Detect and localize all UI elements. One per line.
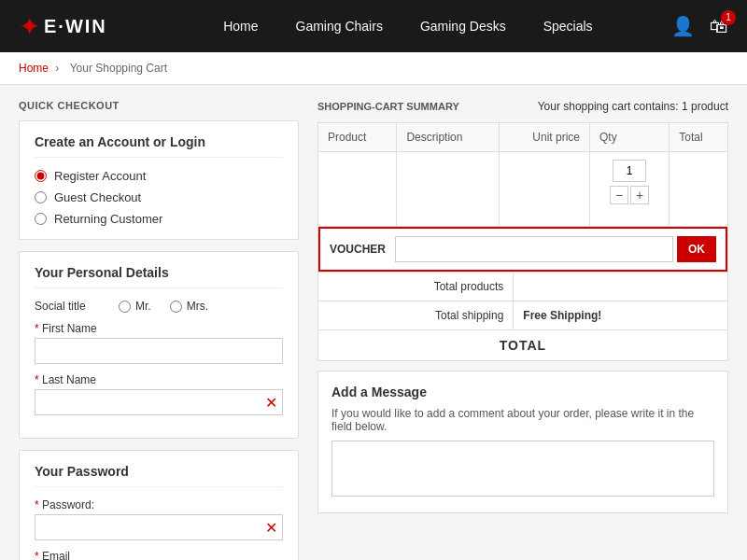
cart-qty-cell: − + — [590, 152, 669, 227]
voucher-wrapper: VOUCHER OK — [318, 227, 727, 272]
total-shipping-value: Free Shipping! — [514, 301, 728, 330]
right-header: SHOPPING-CART SUMMARY Your shopping cart… — [317, 100, 728, 113]
total-shipping-row: Total shipping Free Shipping! — [318, 301, 728, 330]
main-nav: Home Gaming Chairs Gaming Desks Specials — [145, 19, 671, 34]
col-unit-price: Unit price — [500, 123, 590, 152]
register-label: Register Account — [54, 169, 146, 183]
returning-radio[interactable] — [35, 213, 47, 225]
social-title-label: Social title — [35, 300, 100, 313]
cart-table-header-row: Product Description Unit price Qty Total — [318, 123, 728, 152]
voucher-ok-button[interactable]: OK — [677, 236, 716, 262]
first-name-row: * First Name — [35, 322, 283, 364]
register-option[interactable]: Register Account — [35, 169, 283, 183]
qty-box: − + — [599, 160, 659, 204]
personal-details-card: Your Personal Details Social title Mr. M… — [19, 251, 299, 439]
password-label: * Password: — [35, 498, 283, 511]
cart-product-image-cell — [318, 152, 397, 227]
header-icons: 👤 🛍 1 — [671, 15, 728, 37]
quick-checkout-title: QUICK CHECKOUT — [19, 100, 299, 111]
col-total: Total — [669, 123, 728, 152]
mrs-option[interactable]: Mrs. — [170, 300, 208, 313]
mrs-radio[interactable] — [170, 301, 182, 313]
cart-product-desc-cell — [397, 152, 500, 227]
header: ✦ E·WIN Home Gaming Chairs Gaming Desks … — [0, 0, 747, 52]
message-card: Add a Message If you would like to add a… — [317, 371, 728, 513]
qty-increase-button[interactable]: + — [630, 186, 649, 204]
cart-badge-count: 1 — [721, 10, 736, 25]
col-description: Description — [397, 123, 500, 152]
col-product: Product — [318, 123, 397, 152]
nav-home[interactable]: Home — [223, 19, 258, 34]
register-radio[interactable] — [35, 170, 47, 182]
total-products-value — [514, 273, 728, 301]
voucher-row: VOUCHER OK — [318, 227, 728, 273]
account-card: Create an Account or Login Register Acco… — [19, 120, 299, 240]
total-products-label: Total products — [318, 273, 514, 301]
total-products-row: Total products — [318, 273, 728, 301]
personal-details-title: Your Personal Details — [35, 265, 283, 288]
cart-item-row: − + — [318, 152, 728, 227]
account-card-title: Create an Account or Login — [35, 134, 283, 158]
mr-option[interactable]: Mr. — [119, 300, 151, 313]
qty-input[interactable] — [613, 160, 646, 182]
email-row: * Email — [35, 550, 283, 560]
grand-total-row: TOTAL — [318, 330, 728, 361]
voucher-section: VOUCHER OK Total products Total shipping… — [317, 227, 728, 361]
left-panel: QUICK CHECKOUT Create an Account or Logi… — [19, 100, 299, 560]
password-input-wrapper: ✕ — [35, 514, 283, 540]
nav-chairs[interactable]: Gaming Chairs — [296, 19, 383, 34]
guest-radio[interactable] — [35, 191, 47, 203]
voucher-input[interactable] — [395, 236, 673, 262]
cart-unit-price-cell — [500, 152, 590, 227]
password-row: * Password: ✕ — [35, 498, 283, 540]
password-card: Your Password * Password: ✕ * Email Date… — [19, 450, 299, 560]
main-content: QUICK CHECKOUT Create an Account or Logi… — [0, 85, 747, 560]
cart-total-cell — [669, 152, 728, 227]
user-icon[interactable]: 👤 — [671, 15, 695, 37]
breadcrumb: Home › Your Shopping Cart — [0, 52, 747, 85]
logo-star-icon: ✦ — [19, 11, 40, 42]
nav-desks[interactable]: Gaming Desks — [420, 19, 506, 34]
password-input[interactable] — [35, 514, 283, 540]
mr-radio[interactable] — [119, 301, 131, 313]
cart-summary-title: SHOPPING-CART SUMMARY — [317, 101, 459, 112]
cart-icon[interactable]: 🛍 1 — [710, 16, 728, 37]
total-shipping-label: Total shipping — [318, 301, 514, 330]
right-panel: SHOPPING-CART SUMMARY Your shopping cart… — [317, 100, 728, 560]
social-title-row: Social title Mr. Mrs. — [35, 300, 283, 313]
cart-product-count: Your shopping cart contains: 1 product — [538, 100, 728, 113]
first-name-input[interactable] — [35, 338, 283, 364]
nav-specials[interactable]: Specials — [543, 19, 593, 34]
last-name-clear-icon[interactable]: ✕ — [265, 394, 277, 412]
password-card-title: Your Password — [35, 464, 283, 487]
returning-option[interactable]: Returning Customer — [35, 212, 283, 226]
breadcrumb-separator: › — [55, 62, 59, 75]
guest-label: Guest Checkout — [54, 190, 141, 204]
logo-text: E·WIN — [44, 16, 107, 37]
email-label: * Email — [35, 550, 283, 560]
qty-buttons: − + — [610, 186, 649, 204]
col-qty: Qty — [590, 123, 669, 152]
message-textarea[interactable] — [331, 441, 714, 497]
guest-option[interactable]: Guest Checkout — [35, 190, 283, 204]
breadcrumb-current: Your Shopping Cart — [70, 62, 167, 75]
breadcrumb-home[interactable]: Home — [19, 62, 49, 75]
qty-decrease-button[interactable]: − — [610, 186, 628, 204]
last-name-row: * Last Name ✕ — [35, 373, 283, 415]
mrs-label: Mrs. — [187, 300, 208, 313]
voucher-cell: VOUCHER OK — [318, 227, 728, 273]
last-name-input-wrapper: ✕ — [35, 389, 283, 415]
password-clear-icon[interactable]: ✕ — [265, 519, 277, 537]
cart-table: Product Description Unit price Qty Total — [317, 122, 728, 227]
last-name-label: * Last Name — [35, 373, 283, 386]
voucher-label: VOUCHER — [330, 243, 386, 256]
grand-total-label: TOTAL — [318, 330, 728, 361]
message-description: If you would like to add a comment about… — [331, 407, 714, 433]
logo[interactable]: ✦ E·WIN — [19, 11, 107, 42]
first-name-label: * First Name — [35, 322, 283, 335]
returning-label: Returning Customer — [54, 212, 162, 226]
mr-label: Mr. — [135, 300, 151, 313]
account-options: Register Account Guest Checkout Returnin… — [35, 169, 283, 226]
last-name-input[interactable] — [35, 389, 283, 415]
message-title: Add a Message — [331, 385, 714, 399]
